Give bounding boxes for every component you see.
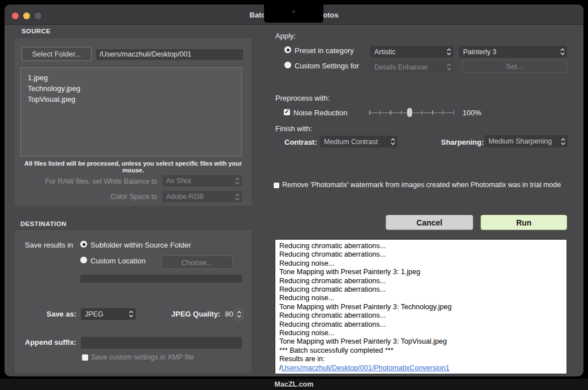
save-as-select[interactable]: JPEG <box>81 308 136 320</box>
save-as-label: Save as: <box>5 310 76 318</box>
file-selection-note: All files listed will be processed, unle… <box>15 160 252 174</box>
log-line: Reducing chromatic aberrations... <box>279 311 563 320</box>
noise-reduction-value: 100% <box>462 109 481 117</box>
save-results-label: Save results in <box>25 241 73 249</box>
remove-watermark-checkbox[interactable] <box>274 183 279 188</box>
log-line: Reducing chromatic aberrations... <box>279 250 563 259</box>
dropdown-stepper-icon <box>233 193 242 201</box>
white-balance-value: As Shot <box>162 177 233 185</box>
sharpening-label: Sharpening: <box>441 138 484 146</box>
color-space-label: Color Space to <box>5 193 157 201</box>
color-space-select[interactable]: Adobe RGB <box>162 191 242 202</box>
destination-panel <box>15 230 252 373</box>
log-line: *** Batch successfully completed *** <box>279 346 563 355</box>
log-line: Reducing chromatic aberrations... <box>279 285 563 294</box>
noise-reduction-label: Noise Reduction <box>293 109 347 117</box>
log-line: Reducing chromatic aberrations... <box>279 320 563 329</box>
dropdown-stepper-icon <box>444 48 453 55</box>
append-suffix-field[interactable] <box>81 337 242 349</box>
batch-processing-window: Batch Processing Photos SOURCE Select Fo… <box>5 5 583 376</box>
log-line: Tone Mapping with Preset Painterly 3: To… <box>279 337 563 346</box>
save-as-value: JPEG <box>81 310 127 318</box>
color-space-value: Adobe RGB <box>162 193 233 201</box>
custom-method-select[interactable]: Details Enhancer <box>370 61 453 73</box>
custom-location-path-field[interactable] <box>80 275 242 283</box>
dropdown-stepper-icon <box>388 138 397 145</box>
dropdown-stepper-icon <box>127 310 136 318</box>
contrast-label: Contrast: <box>284 138 317 146</box>
choose-button[interactable]: Choose... <box>161 255 233 269</box>
contrast-select[interactable]: Medium Contrast <box>320 136 397 148</box>
log-line: Tone Mapping with Preset Painterly 3: Te… <box>279 303 563 311</box>
preset-in-category-radio[interactable] <box>284 46 291 53</box>
dropdown-stepper-icon <box>233 177 242 185</box>
footer-brand: MacZL.com <box>275 380 314 388</box>
raw-white-balance-label: For RAW files, set White Balance to <box>5 177 157 185</box>
apply-section-label: Apply: <box>275 32 296 40</box>
white-balance-select[interactable]: As Shot <box>162 175 242 187</box>
custom-location-radio-label: Custom Location <box>90 257 146 265</box>
preset-category-select[interactable]: Artistic <box>370 46 453 58</box>
custom-settings-label: Custom Settings for <box>295 62 359 70</box>
noise-reduction-checkbox[interactable] <box>284 109 290 115</box>
list-item[interactable]: Technology.jpeg <box>28 83 241 94</box>
slider-thumb[interactable] <box>407 108 412 117</box>
list-item[interactable]: TopVisual.jpeg <box>28 94 241 105</box>
sharpening-value: Medium Sharpening <box>485 137 559 145</box>
custom-location-radio[interactable] <box>80 257 87 263</box>
sharpening-select[interactable]: Medium Sharpening <box>485 135 568 148</box>
log-line: Reducing noise... <box>279 259 563 268</box>
set-button[interactable]: Set... <box>462 60 567 73</box>
append-suffix-label: Append suffix: <box>5 338 76 346</box>
log-line: Results are in: <box>279 355 563 363</box>
preprocess-label: Preprocess with: <box>275 94 330 102</box>
xmp-checkbox[interactable] <box>82 354 88 361</box>
title-redaction-overlay <box>264 5 323 23</box>
preset-name-select[interactable]: Painterly 3 <box>459 46 567 58</box>
preset-in-category-label: Preset in category <box>295 46 354 55</box>
log-line: Tone Mapping with Preset Painterly 3: 1.… <box>279 268 563 276</box>
footer-bar: MacZL.com <box>0 379 588 390</box>
dropdown-stepper-icon <box>558 48 567 55</box>
camera-dot <box>292 10 295 13</box>
run-button[interactable]: Run <box>481 215 567 230</box>
jpeg-quality-label: JPEG Quality: <box>171 310 220 318</box>
cancel-button[interactable]: Cancel <box>386 215 473 230</box>
subfolder-radio[interactable] <box>80 241 87 248</box>
preset-name-value: Painterly 3 <box>459 48 558 56</box>
preset-category-value: Artistic <box>370 48 444 56</box>
batch-log-output[interactable]: Reducing chromatic aberrations... Reduci… <box>275 239 567 374</box>
list-item[interactable]: 1.jpeg <box>28 72 241 83</box>
custom-settings-radio[interactable] <box>284 62 291 68</box>
source-file-list[interactable]: 1.jpeg Technology.jpeg TopVisual.jpeg <box>20 67 242 157</box>
select-folder-button[interactable]: Select Folder... <box>21 47 92 61</box>
noise-reduction-slider[interactable] <box>369 108 454 117</box>
finish-label: Finish with: <box>275 124 312 133</box>
stepper-icon <box>237 310 241 318</box>
jpeg-quality-stepper[interactable] <box>235 308 243 320</box>
log-result-line: /Users/maczhuli/Desktop/001/PhotomatixCo… <box>279 364 563 372</box>
jpeg-quality-value: 80 <box>225 310 233 318</box>
destination-section-label: DESTINATION <box>20 220 67 227</box>
result-folder-link[interactable]: Users/maczhuli/Desktop/001/PhotomatixCon… <box>282 364 450 372</box>
source-folder-path-field[interactable]: /Users/maczhuli/Desktop/001 <box>96 49 243 60</box>
title-bar[interactable]: Batch Processing Photos <box>5 5 583 25</box>
log-line: Reducing chromatic aberrations... <box>279 242 563 250</box>
log-line: Reducing chromatic aberrations... <box>279 277 563 285</box>
subfolder-radio-label: Subfolder within Source Folder <box>90 241 191 249</box>
log-line: Reducing noise... <box>279 294 563 302</box>
xmp-checkbox-label: Save custom settings in XMP file <box>91 353 194 361</box>
contrast-value: Medium Contrast <box>320 138 388 146</box>
source-section-label: SOURCE <box>21 28 51 34</box>
dropdown-stepper-icon <box>559 138 568 145</box>
remove-watermark-label: Remove 'Photomatix' watermark from image… <box>282 181 561 189</box>
log-line: Reducing noise... <box>279 329 563 337</box>
custom-method-value: Details Enhancer <box>370 63 444 71</box>
dropdown-stepper-icon <box>444 63 453 71</box>
